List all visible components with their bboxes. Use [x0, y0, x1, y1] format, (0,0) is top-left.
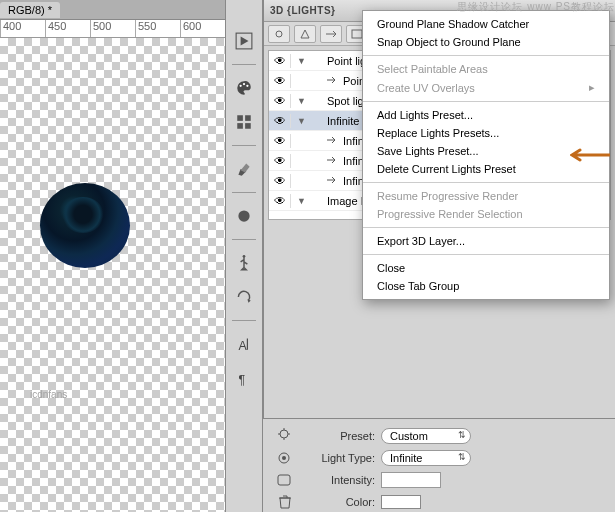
trash-icon[interactable] — [271, 491, 299, 512]
visibility-eye-icon[interactable]: 👁 — [269, 114, 291, 128]
light-icon — [325, 74, 341, 88]
disclosure-triangle-icon[interactable]: ▼ — [297, 196, 309, 206]
svg-rect-7 — [245, 123, 251, 129]
svg-text:A: A — [238, 339, 247, 353]
menu-item: Select Paintable Areas — [363, 60, 609, 78]
annotation-arrow-icon — [570, 148, 610, 164]
lighttype-label: Light Type: — [305, 452, 375, 464]
canvas[interactable] — [0, 38, 225, 512]
grid-icon[interactable] — [232, 111, 256, 133]
menu-item: Create UV Overlays▸ — [363, 78, 609, 97]
visibility-eye-icon[interactable]: 👁 — [269, 154, 291, 168]
filter-point-button[interactable] — [268, 25, 290, 43]
color-swatch[interactable] — [381, 495, 421, 509]
vertical-toolbar: A ¶ — [225, 0, 263, 512]
svg-rect-14 — [352, 30, 362, 38]
color-label: Color: — [305, 496, 375, 508]
menu-item[interactable]: Snap Object to Ground Plane — [363, 33, 609, 51]
intensity-label: Intensity: — [305, 474, 375, 486]
svg-point-13 — [276, 31, 282, 37]
preset-select[interactable]: Custom — [381, 428, 471, 444]
3d-object-sphere[interactable] — [40, 183, 130, 268]
menu-item[interactable]: Close — [363, 259, 609, 277]
svg-rect-4 — [237, 115, 243, 121]
svg-rect-18 — [278, 475, 290, 485]
filter-spot-button[interactable] — [294, 25, 316, 43]
menu-separator — [363, 182, 609, 183]
ruler-mark: 550 — [135, 20, 180, 37]
preset-label: Preset: — [305, 430, 375, 442]
filter-infinite-button[interactable] — [320, 25, 342, 43]
svg-point-3 — [246, 85, 248, 87]
svg-rect-5 — [245, 115, 251, 121]
intensity-input[interactable] — [381, 472, 441, 488]
rotate-icon[interactable] — [232, 286, 256, 308]
svg-text:¶: ¶ — [238, 373, 245, 387]
palette-icon[interactable] — [232, 77, 256, 99]
separator — [232, 192, 256, 193]
disclosure-triangle-icon[interactable]: ▼ — [297, 56, 309, 66]
document-tab[interactable]: RGB/8) * — [0, 2, 60, 18]
light-properties: Preset: Custom Light Type: Infinite Inte… — [263, 418, 615, 512]
menu-separator — [363, 254, 609, 255]
brush-icon[interactable] — [232, 158, 256, 180]
svg-point-15 — [280, 430, 288, 438]
menu-separator — [363, 55, 609, 56]
text-a-icon[interactable]: A — [232, 333, 256, 355]
separator — [232, 239, 256, 240]
menu-item: Progressive Render Selection — [363, 205, 609, 223]
svg-point-2 — [243, 83, 245, 85]
visibility-eye-icon[interactable]: 👁 — [269, 134, 291, 148]
disclosure-triangle-icon[interactable]: ▼ — [297, 96, 309, 106]
ruler-mark: 600 — [180, 20, 225, 37]
ruler-mark: 500 — [90, 20, 135, 37]
menu-item[interactable]: Export 3D Layer... — [363, 232, 609, 250]
disclosure-triangle-icon[interactable]: ▼ — [297, 116, 309, 126]
menu-item[interactable]: Ground Plane Shadow Catcher — [363, 15, 609, 33]
separator — [232, 320, 256, 321]
visibility-eye-icon[interactable]: 👁 — [269, 94, 291, 108]
submenu-arrow-icon: ▸ — [589, 81, 595, 94]
light-type-icon[interactable] — [271, 447, 299, 469]
svg-point-17 — [282, 456, 286, 460]
separator — [232, 145, 256, 146]
circle-icon[interactable] — [232, 205, 256, 227]
play-icon[interactable] — [232, 30, 256, 52]
menu-separator — [363, 101, 609, 102]
light-icon — [325, 174, 341, 188]
light-create-icon[interactable] — [271, 425, 299, 447]
ruler-mark: 450 — [45, 20, 90, 37]
visibility-eye-icon[interactable]: 👁 — [269, 194, 291, 208]
visibility-eye-icon[interactable]: 👁 — [269, 74, 291, 88]
light-toggle-icon[interactable] — [271, 469, 299, 491]
visibility-eye-icon[interactable]: 👁 — [269, 174, 291, 188]
menu-separator — [363, 227, 609, 228]
visibility-eye-icon[interactable]: 👁 — [269, 54, 291, 68]
menu-item[interactable]: Close Tab Group — [363, 277, 609, 295]
svg-rect-6 — [237, 123, 243, 129]
ruler-horizontal: 400 450 500 550 600 — [0, 20, 225, 38]
paragraph-icon[interactable]: ¶ — [232, 367, 256, 389]
separator — [232, 64, 256, 65]
svg-point-8 — [238, 210, 249, 221]
lighttype-select[interactable]: Infinite — [381, 450, 471, 466]
light-icon — [325, 154, 341, 168]
svg-point-1 — [240, 85, 242, 87]
svg-point-9 — [243, 255, 246, 258]
usb-icon[interactable] — [232, 252, 256, 274]
light-icon — [325, 134, 341, 148]
menu-item[interactable]: Replace Lights Presets... — [363, 124, 609, 142]
menu-item[interactable]: Add Lights Preset... — [363, 106, 609, 124]
ruler-mark: 400 — [0, 20, 45, 37]
menu-item: Resume Progressive Render — [363, 187, 609, 205]
